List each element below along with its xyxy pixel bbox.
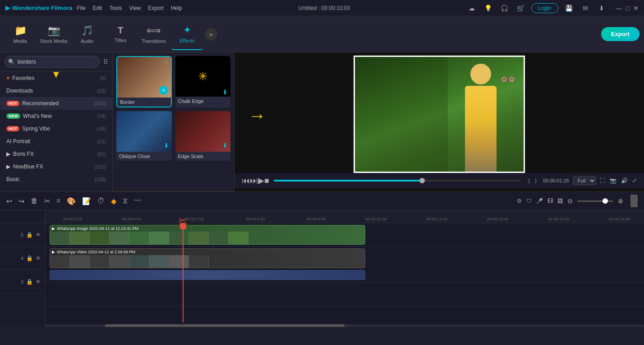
close-button[interactable]: ✕ bbox=[633, 5, 639, 12]
lock-icon-4[interactable]: 🔒 bbox=[26, 255, 33, 261]
expand-icon[interactable]: ⤢ bbox=[632, 177, 637, 184]
frame-1g bbox=[169, 232, 189, 244]
sidebar-item-ai-portrait[interactable]: AI Portrait (21) bbox=[0, 135, 112, 148]
headset-icon[interactable]: 🎧 bbox=[499, 3, 510, 14]
bulb-icon[interactable]: 💡 bbox=[483, 3, 493, 14]
border-add-icon[interactable]: + bbox=[159, 86, 168, 95]
eye-icon-5[interactable]: 👁 bbox=[36, 232, 41, 238]
app-name: Wondershare Filmora bbox=[12, 5, 72, 11]
spring-vibe-count: (16) bbox=[97, 126, 106, 131]
prev-frame-button[interactable]: ⏮ bbox=[242, 176, 250, 186]
chalk-download-icon[interactable]: ⬇ bbox=[222, 89, 228, 96]
effect-settings-icon[interactable]: ⚙ bbox=[517, 198, 522, 204]
volume-icon[interactable]: 🔊 bbox=[621, 177, 628, 184]
menu-help[interactable]: Help bbox=[171, 5, 182, 11]
ai-portrait-count: (21) bbox=[97, 139, 106, 144]
boris-expand-icon: ▶ bbox=[6, 151, 10, 157]
shield-icon[interactable]: 🛡 bbox=[526, 198, 532, 204]
play-button[interactable]: ▶ bbox=[258, 176, 264, 186]
menu-view[interactable]: View bbox=[129, 5, 141, 11]
border-heart-icon[interactable]: ♡ bbox=[163, 60, 168, 66]
tool-stock-media[interactable]: 📷 Stock Media bbox=[38, 19, 69, 50]
step-back-button[interactable]: ⏭ bbox=[250, 176, 258, 186]
favorites-heart-icon: ♥ bbox=[6, 75, 9, 81]
zoom-slider[interactable] bbox=[577, 200, 613, 202]
progress-bar[interactable] bbox=[274, 180, 521, 182]
eye-icon-4[interactable]: 👁 bbox=[36, 255, 41, 261]
cut-marker-icon: ✂ bbox=[179, 215, 186, 226]
effect-card-oblique-close[interactable]: ⬇ Oblique Close bbox=[116, 111, 172, 161]
lock-icon-5[interactable]: 🔒 bbox=[26, 232, 33, 238]
text-button[interactable]: 📝 bbox=[82, 197, 91, 205]
edge-scale-download-icon[interactable]: ⬇ bbox=[222, 142, 228, 149]
effect-card-border[interactable]: ♡ + Border bbox=[116, 56, 172, 107]
sidebar-item-whats-new[interactable]: NEW What's New (76) bbox=[0, 110, 112, 122]
color-button[interactable]: 🎨 bbox=[67, 197, 76, 205]
login-button[interactable]: Login bbox=[531, 3, 558, 13]
save-icon[interactable]: 💾 bbox=[564, 3, 575, 14]
timeline-scrollbar[interactable] bbox=[45, 324, 644, 327]
timeline-view-toggle[interactable] bbox=[630, 195, 638, 207]
cloud-icon[interactable]: ☁ bbox=[466, 3, 477, 14]
cut-button[interactable]: ✂ bbox=[44, 197, 50, 205]
minimize-button[interactable]: — bbox=[616, 5, 622, 12]
effect-card-edge-scale[interactable]: ⬇ Edge Scale bbox=[175, 111, 231, 161]
quality-select[interactable]: Full 1/2 1/4 bbox=[573, 176, 596, 185]
tool-effects[interactable]: ✦ Effects bbox=[171, 19, 203, 50]
sidebar-item-spring-vibe[interactable]: HOT Spring Vibe (16) bbox=[0, 122, 112, 135]
oblique-download-icon[interactable]: ⬇ bbox=[164, 142, 169, 149]
stock-media-icon: 📷 bbox=[48, 25, 60, 37]
snapshot-icon[interactable]: 📷 bbox=[610, 177, 616, 184]
timeline: ↩ ↪ 🗑 ✂ ⌗ 🎨 📝 ⏱ ◆ ⧖ 〰 ⚙ 🛡 🎤 🎞 🖼 ⊖ ⊕ bbox=[0, 191, 644, 327]
zoom-in-icon[interactable]: ⊕ bbox=[618, 197, 623, 205]
download-icon[interactable]: ⬇ bbox=[596, 3, 607, 14]
audio-wave-visual bbox=[50, 270, 365, 280]
sidebar-item-boris-fx[interactable]: ▶ Boris FX (91) bbox=[0, 148, 112, 160]
more-tools-button[interactable]: » bbox=[205, 28, 217, 41]
sidebar-item-newblue-fx[interactable]: ▶ NewBlue FX (112) bbox=[0, 160, 112, 173]
effect-card-chalk-edge[interactable]: ✳ ⬇ Chalk Edge bbox=[175, 56, 231, 107]
menu-edit[interactable]: Edit bbox=[93, 5, 102, 11]
mic-icon[interactable]: 🎤 bbox=[536, 198, 543, 204]
search-input[interactable] bbox=[5, 56, 100, 68]
track4-id: 4 bbox=[21, 256, 23, 261]
tool-titles[interactable]: T Titles bbox=[105, 19, 136, 50]
audio-waveform-clip[interactable] bbox=[50, 270, 365, 280]
maximize-button[interactable]: □ bbox=[626, 5, 630, 12]
redo-button[interactable]: ↪ bbox=[18, 197, 24, 205]
crop-button[interactable]: ⌗ bbox=[56, 197, 60, 205]
eye-icon-3[interactable]: 👁 bbox=[36, 279, 41, 285]
tool-media[interactable]: 📁 Media bbox=[5, 19, 36, 50]
sidebar-item-basic[interactable]: Basic (130) bbox=[0, 173, 112, 186]
video-clip-2[interactable]: ▶ WhatsApp Video 2022-04-12 at 2.09.56 P… bbox=[50, 248, 365, 268]
keyframe-button[interactable]: ◆ bbox=[111, 197, 116, 205]
time-marker-1: 00:00:5:00 bbox=[63, 217, 83, 221]
menu-export[interactable]: Export bbox=[148, 5, 164, 11]
export-button[interactable]: Export bbox=[601, 27, 639, 41]
sidebar-item-recommended[interactable]: HOT Recommended (107) bbox=[0, 97, 112, 110]
adjust-button[interactable]: ⧖ bbox=[123, 197, 128, 205]
stop-button[interactable]: ■ bbox=[264, 176, 269, 186]
filmstrip-icon[interactable]: 🎞 bbox=[547, 198, 553, 204]
video-clip-1[interactable]: ▶ WhatsApp Image 2022-04-11 at 12.13.41 … bbox=[50, 225, 365, 245]
fullscreen-icon[interactable]: ⛶ bbox=[600, 177, 605, 184]
grid-view-icon[interactable]: ⠿ bbox=[103, 58, 108, 65]
tool-audio[interactable]: 🎵 Audio bbox=[71, 19, 103, 50]
mail-icon[interactable]: ✉ bbox=[580, 3, 591, 14]
sidebar-item-downloads[interactable]: Downloads (15) bbox=[0, 84, 112, 97]
picture-icon[interactable]: 🖼 bbox=[557, 198, 563, 204]
duration-button[interactable]: ⏱ bbox=[97, 197, 105, 205]
menu-tools[interactable]: Tools bbox=[109, 5, 122, 11]
boris-count: (91) bbox=[97, 151, 106, 157]
tool-transitions[interactable]: ⟺ Transitions bbox=[138, 19, 170, 50]
whats-new-count: (76) bbox=[97, 113, 106, 119]
clip-header-2: ▶ WhatsApp Video 2022-04-12 at 2.09.56 P… bbox=[50, 249, 365, 255]
menu-file[interactable]: File bbox=[77, 5, 85, 11]
audio-wave-button[interactable]: 〰 bbox=[134, 197, 141, 205]
delete-button[interactable]: 🗑 bbox=[31, 197, 38, 205]
lock-icon-3[interactable]: 🔒 bbox=[26, 279, 33, 285]
undo-button[interactable]: ↩ bbox=[6, 197, 12, 205]
zoom-out-icon[interactable]: ⊖ bbox=[567, 197, 573, 205]
timeline-toolbar: ↩ ↪ 🗑 ✂ ⌗ 🎨 📝 ⏱ ◆ ⧖ 〰 ⚙ 🛡 🎤 🎞 🖼 ⊖ ⊕ bbox=[0, 192, 644, 210]
cart-icon[interactable]: 🛒 bbox=[515, 3, 526, 14]
